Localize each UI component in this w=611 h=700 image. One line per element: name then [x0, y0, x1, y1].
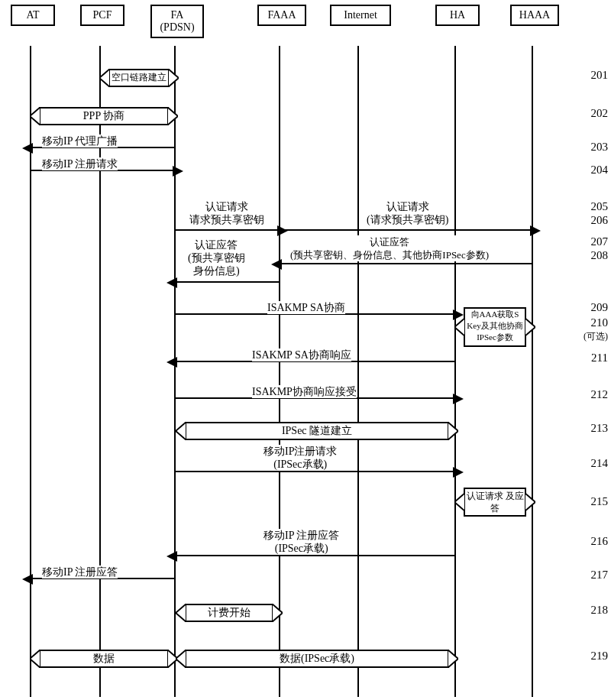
- arrow-left-icon: [22, 143, 33, 154]
- arrow-hollow-right-icon: [168, 69, 179, 87]
- label-204: 移动IP 注册请求: [42, 157, 118, 170]
- msg-206: [280, 229, 532, 231]
- msg-219a: 数据: [39, 650, 169, 668]
- step-211: 211: [591, 352, 608, 365]
- msg-201-link-setup: 空口链路建立: [108, 69, 170, 87]
- step-210: 210: [591, 316, 609, 329]
- actor-haaa: HAAA: [510, 5, 559, 26]
- lifeline-haaa: [532, 46, 533, 697]
- arrow-hollow-left-icon: [30, 107, 40, 125]
- sequence-diagram: AT PCF FA (PDSN) FAAA Internet HA HAAA 空…: [0, 0, 611, 700]
- arrow-hollow-right-icon: [272, 604, 283, 622]
- actor-at: AT: [11, 5, 55, 26]
- actor-faaa: FAAA: [257, 5, 306, 26]
- arrow-hollow-left-icon: [99, 69, 110, 87]
- step-213: 213: [591, 422, 609, 435]
- msg-207: [280, 263, 532, 264]
- arrow-left-icon: [271, 259, 282, 270]
- arrow-right-icon: [453, 467, 464, 478]
- lifeline-faaa: [279, 46, 280, 697]
- msg-218: 计费开始: [185, 604, 273, 622]
- actor-fa: FA (PDSN): [150, 5, 204, 38]
- msg-214: [176, 471, 454, 472]
- step-212: 212: [591, 388, 609, 401]
- arrow-hollow-left-icon: [176, 604, 186, 622]
- step-214: 214: [591, 457, 609, 470]
- arrow-right-icon: [530, 225, 541, 236]
- arrow-hollow-right-icon: [525, 318, 535, 336]
- msg-208: [176, 281, 279, 283]
- arrow-hollow-right-icon: [525, 493, 535, 511]
- step-208: 208: [591, 249, 609, 262]
- msg-219b: 数据(IPSec承载): [185, 650, 449, 668]
- step-207: 207: [591, 235, 609, 248]
- step-219: 219: [591, 650, 609, 663]
- label-211: ISAKMP SA协商响应: [252, 348, 351, 361]
- label-206: 认证请求 (请求预共享密钥): [367, 200, 448, 226]
- lifeline-ha: [454, 46, 456, 697]
- arrow-hollow-right-icon: [167, 107, 178, 125]
- arrow-hollow-left-icon: [176, 422, 186, 440]
- step-206: 206: [591, 214, 609, 227]
- label-216: 移动IP 注册应答 (IPSec承载): [263, 529, 339, 555]
- step-202: 202: [591, 107, 609, 120]
- label-205: 认证请求 请求预共享密钥: [189, 200, 264, 226]
- step-201: 201: [591, 69, 609, 82]
- arrow-hollow-left-icon: [30, 650, 40, 668]
- step-218: 218: [591, 604, 609, 617]
- msg-202-ppp: PPP 协商: [39, 107, 169, 125]
- arrow-hollow-right-icon: [448, 422, 458, 440]
- arrow-left-icon: [166, 551, 177, 562]
- arrow-hollow-right-icon: [448, 650, 458, 668]
- label-209: ISAKMP SA协商: [267, 301, 345, 314]
- arrow-hollow-left-icon: [454, 493, 465, 511]
- arrow-right-icon: [277, 225, 288, 236]
- msg-205: [176, 229, 279, 231]
- actor-ha: HA: [435, 5, 480, 26]
- arrow-right-icon: [173, 166, 183, 177]
- step-210-optional: (可选): [584, 330, 608, 343]
- msg-215: 认证请求 及应答: [464, 488, 526, 517]
- label-217: 移动IP 注册应答: [42, 566, 118, 578]
- label-212: ISAKMP协商响应接受: [252, 385, 357, 398]
- label-208: 认证应答 (预共享密钥 身份信息): [188, 238, 245, 277]
- label-214: 移动IP注册请求 (IPSec承载): [263, 445, 337, 471]
- step-209: 209: [591, 301, 609, 314]
- lifeline-internet: [357, 46, 359, 697]
- step-204: 204: [591, 164, 609, 177]
- arrow-hollow-left-icon: [176, 650, 186, 668]
- arrow-right-icon: [453, 394, 464, 404]
- step-216: 216: [591, 535, 609, 548]
- arrow-left-icon: [166, 277, 177, 288]
- arrow-left-icon: [166, 357, 177, 368]
- actor-pcf: PCF: [80, 5, 124, 26]
- label-203: 移动IP 代理广播: [42, 134, 118, 147]
- arrow-left-icon: [22, 574, 33, 585]
- label-207: 认证应答 (预共享密钥、身份信息、其他协商IPSec参数): [290, 235, 489, 261]
- step-203: 203: [591, 141, 609, 154]
- step-205: 205: [591, 200, 609, 213]
- step-215: 215: [591, 495, 609, 508]
- msg-210: 向AAA获取S Key及其他协商 IPSec参数: [464, 307, 526, 347]
- arrow-hollow-left-icon: [454, 318, 465, 336]
- step-217: 217: [591, 569, 609, 582]
- lifeline-fa: [174, 46, 176, 697]
- msg-213: IPSec 隧道建立: [185, 422, 449, 440]
- msg-216: [176, 555, 454, 556]
- actor-internet: Internet: [330, 5, 391, 26]
